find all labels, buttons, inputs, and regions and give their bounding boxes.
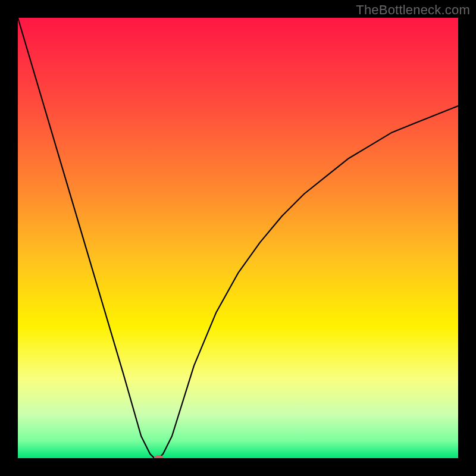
plot-area (18, 18, 458, 458)
watermark-text: TheBottleneck.com (356, 2, 470, 18)
chart-frame: TheBottleneck.com (0, 0, 476, 476)
chart-svg (18, 18, 458, 458)
gradient-background (18, 18, 458, 458)
